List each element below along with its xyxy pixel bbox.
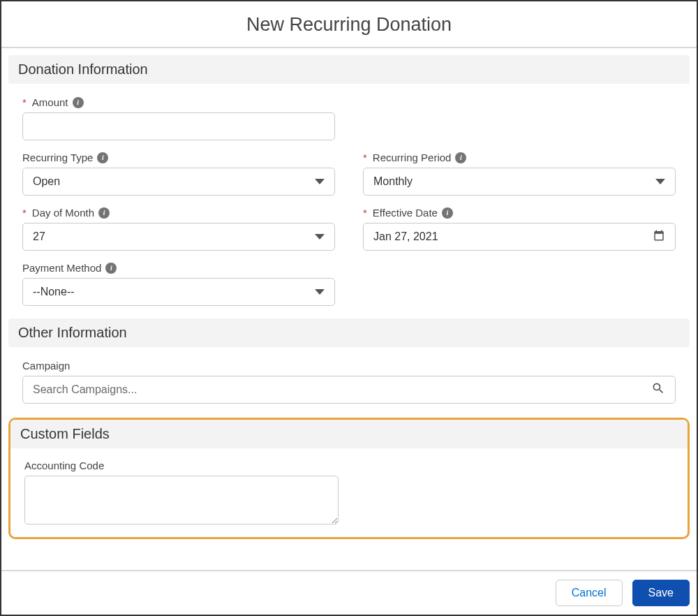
campaign-placeholder: Search Campaigns... — [33, 383, 137, 396]
day-of-month-label-row: * Day of Month i — [22, 207, 335, 219]
accounting-code-label: Accounting Code — [24, 460, 104, 471]
effective-date-label: Effective Date — [373, 207, 438, 219]
info-icon[interactable]: i — [442, 207, 453, 219]
amount-label: Amount — [32, 96, 68, 108]
recurring-period-select[interactable]: Monthly — [363, 168, 676, 196]
field-accounting-code: Accounting Code — [24, 460, 339, 525]
effective-date-label-row: * Effective Date i — [363, 207, 676, 219]
amount-label-row: * Amount i — [22, 96, 335, 108]
required-mark: * — [22, 207, 27, 219]
field-amount: * Amount i — [22, 96, 335, 140]
other-info-body: Campaign Search Campaigns... — [8, 354, 690, 416]
custom-fields-body: Accounting Code — [10, 448, 688, 537]
payment-method-label: Payment Method — [22, 262, 101, 274]
day-of-month-select[interactable]: 27 — [22, 223, 335, 251]
section-custom-fields: Custom Fields — [10, 420, 688, 448]
accounting-code-label-row: Accounting Code — [24, 460, 339, 471]
chevron-down-icon — [315, 234, 325, 240]
recurring-period-label-row: * Recurring Period i — [363, 152, 676, 163]
field-payment-method: Payment Method i --None-- — [22, 262, 335, 306]
campaign-label: Campaign — [22, 360, 70, 372]
recurring-period-label: Recurring Period — [373, 152, 452, 163]
recurring-type-label: Recurring Type — [22, 152, 93, 163]
info-icon[interactable]: i — [455, 152, 466, 163]
field-recurring-period: * Recurring Period i Monthly — [363, 152, 676, 196]
day-of-month-value: 27 — [33, 230, 45, 243]
payment-method-label-row: Payment Method i — [22, 262, 335, 274]
page-title: New Recurring Donation — [1, 14, 697, 36]
info-icon[interactable]: i — [105, 263, 117, 274]
custom-fields-highlight: Custom Fields Accounting Code — [8, 418, 690, 539]
section-donation-information: Donation Information — [8, 55, 690, 84]
donation-form-grid: * Amount i Recurring Type i Open * Recur… — [8, 91, 690, 318]
modal-body: Donation Information * Amount i Recurrin… — [1, 48, 697, 539]
day-of-month-label: Day of Month — [32, 207, 94, 219]
campaign-lookup[interactable]: Search Campaigns... — [22, 376, 676, 404]
field-campaign: Campaign Search Campaigns... — [22, 360, 676, 404]
modal-footer: Cancel Save — [1, 570, 697, 615]
info-icon[interactable]: i — [98, 207, 110, 219]
effective-date-value: Jan 27, 2021 — [373, 230, 438, 243]
recurring-type-select[interactable]: Open — [22, 168, 335, 196]
modal-header: New Recurring Donation — [1, 1, 697, 48]
search-icon[interactable] — [651, 381, 665, 398]
save-button[interactable]: Save — [632, 580, 690, 606]
field-day-of-month: * Day of Month i 27 — [22, 207, 335, 251]
chevron-down-icon — [655, 179, 665, 184]
payment-method-value: --None-- — [33, 286, 75, 298]
required-mark: * — [363, 207, 367, 219]
required-mark: * — [363, 152, 367, 163]
payment-method-select[interactable]: --None-- — [22, 278, 335, 306]
info-icon[interactable]: i — [97, 152, 108, 163]
recurring-type-label-row: Recurring Type i — [22, 152, 335, 163]
chevron-down-icon — [315, 179, 325, 184]
campaign-label-row: Campaign — [22, 360, 676, 372]
effective-date-input[interactable]: Jan 27, 2021 — [363, 223, 676, 251]
cancel-button[interactable]: Cancel — [556, 580, 623, 606]
amount-input[interactable] — [22, 112, 335, 140]
field-recurring-type: Recurring Type i Open — [22, 152, 335, 196]
info-icon[interactable]: i — [73, 97, 84, 108]
field-effective-date: * Effective Date i Jan 27, 2021 — [363, 207, 676, 251]
chevron-down-icon — [315, 289, 325, 295]
recurring-period-value: Monthly — [373, 175, 413, 188]
section-other-information: Other Information — [8, 318, 690, 347]
required-mark: * — [22, 96, 27, 108]
calendar-icon[interactable] — [653, 229, 665, 244]
recurring-type-value: Open — [33, 175, 60, 188]
accounting-code-input[interactable] — [24, 476, 339, 525]
